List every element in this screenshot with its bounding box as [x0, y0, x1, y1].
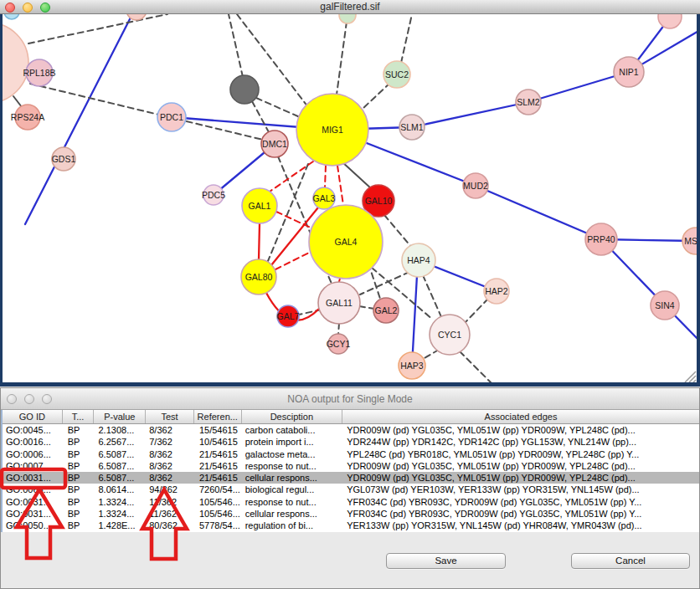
cell-test: 11/362	[146, 496, 194, 508]
node-top-green[interactable]	[339, 14, 356, 23]
cell-description: galactose meta...	[242, 448, 342, 460]
node-label: HAP4	[407, 255, 430, 265]
node-label: GAL11	[326, 298, 353, 308]
network-canvas[interactable]: RPL18BRPS24AGDS1PDC1DMC1MIG1PDC5SUC2SLM1…	[3, 14, 697, 382]
table-header-row: GO IDT...P-valueTestReferen...Desciption…	[3, 410, 699, 424]
table-row[interactable]: GO:0031...BP1.3324...11/362105/546...cel…	[3, 508, 699, 520]
table-row[interactable]: GO:0031...BP6.5087...8/36221/54615cellul…	[3, 472, 699, 484]
cell-test: 8/362	[146, 424, 194, 436]
cell-go_id: GO:0031...	[3, 508, 63, 520]
cell-go_id: GO:0006...	[3, 448, 63, 460]
cell-go_id: GO:0045...	[3, 424, 63, 436]
node-label: NIP1	[619, 67, 639, 77]
network-edge	[229, 14, 243, 77]
network-edge	[401, 14, 412, 63]
column-header-reference[interactable]: Referen...	[194, 410, 242, 423]
network-edge	[476, 186, 601, 239]
cell-associated_edges: YDR009W (pd) YGL035C, YML051W (pp) YDR00…	[342, 472, 699, 484]
network-edge	[412, 102, 528, 127]
node-label: SLM1	[400, 122, 424, 132]
cell-type: BP	[63, 448, 95, 460]
dialog-footer: Save Cancel	[1, 553, 699, 570]
cell-type: BP	[63, 508, 95, 520]
column-header-p_value[interactable]: P-value	[94, 410, 146, 423]
cell-reference: 105/546...	[194, 508, 242, 520]
cell-p_value: 1.428E...	[95, 520, 147, 531]
network-edge	[337, 22, 347, 95]
network-edge	[256, 98, 300, 117]
node-label: PDC5	[202, 190, 225, 200]
column-header-associated_edges[interactable]: Associated edges	[342, 410, 699, 423]
network-edge	[423, 275, 442, 319]
cell-go_id: GO:0031...	[3, 472, 63, 484]
graph-window-titlebar[interactable]: galFiltered.sif	[0, 0, 700, 14]
cell-description: carbon cataboli...	[242, 424, 342, 436]
resize-grip-icon[interactable]	[685, 371, 696, 382]
node-label: MSL1	[684, 236, 697, 246]
noa-window-title: NOA output for Single Mode	[1, 393, 699, 405]
node-label: HAP3	[400, 361, 424, 371]
cell-p_value: 6.5087...	[95, 472, 147, 484]
node-label: HAP2	[485, 286, 508, 296]
cancel-button[interactable]: Cancel	[571, 553, 690, 569]
noa-window-titlebar[interactable]: NOA output for Single Mode	[1, 388, 699, 410]
node-label: GAL1	[249, 201, 271, 211]
table-row[interactable]: GO:0065...BP8.0614...94/3627260/54...bio…	[3, 484, 699, 495]
network-edge	[338, 323, 339, 335]
node-label: GDS1	[52, 154, 76, 164]
cell-p_value: 6.2567...	[95, 436, 147, 448]
node-dark[interactable]	[230, 75, 259, 104]
network-edge	[384, 215, 412, 248]
cell-type: BP	[63, 436, 95, 448]
cell-reference: 21/54615	[194, 448, 242, 460]
network-edge	[464, 299, 488, 324]
column-header-type[interactable]: T...	[63, 410, 95, 423]
node-label: MIG1	[322, 125, 343, 135]
noa-output-window: NOA output for Single Mode GO IDT...P-va…	[0, 387, 700, 589]
table-row[interactable]: GO:0007...BP6.5087...8/36221/54615respon…	[3, 460, 699, 472]
cell-p_value: 6.5087...	[95, 460, 147, 472]
table-row[interactable]: GO:0031...BP1.3324...11/362105/546...res…	[3, 496, 699, 508]
results-table: GO IDT...P-valueTestReferen...Desciption…	[1, 410, 699, 532]
node-label: GAL3	[313, 193, 336, 203]
graph-window-title: galFiltered.sif	[0, 1, 700, 13]
cell-reference: 21/54615	[194, 472, 242, 484]
network-edge	[13, 96, 22, 107]
network-edge	[28, 14, 167, 44]
node-label: SLM2	[517, 97, 540, 107]
node-label: SUC2	[385, 69, 409, 79]
table-row[interactable]: GO:0006...BP6.5087...8/36221/54615galact…	[3, 448, 699, 460]
node-top-right-pink[interactable]	[658, 14, 682, 28]
node-label: GAL80	[245, 272, 273, 282]
column-header-go_id[interactable]: GO ID	[3, 410, 63, 423]
column-header-description[interactable]: Desciption	[242, 410, 342, 423]
node-tiny-blue[interactable]	[4, 14, 19, 19]
cell-associated_edges: YFR034C (pd) YBR093C, YDR009W (pd) YGL03…	[342, 496, 699, 508]
table-body: GO:0045...BP2.1308...8/36215/54615carbon…	[3, 424, 699, 532]
cell-associated_edges: YDR009W (pd) YGL035C, YML051W (pp) YDR00…	[342, 424, 699, 436]
network-edge	[360, 272, 409, 294]
cell-reference: 10/54615	[194, 436, 242, 448]
column-header-test[interactable]: Test	[146, 410, 194, 423]
node-label: RPL18B	[23, 68, 55, 78]
network-edge	[325, 166, 326, 187]
cell-test: 8/362	[146, 448, 194, 460]
node-label: PDC1	[160, 112, 183, 122]
node-label: MUD2	[463, 181, 488, 191]
table-row[interactable]: GO:0045...BP2.1308...8/36215/54615carbon…	[3, 424, 699, 436]
cell-reference: 105/546...	[194, 496, 242, 508]
node-label: RPS24A	[11, 112, 44, 122]
network-edges	[13, 14, 697, 382]
cell-go_id: GO:0016...	[3, 436, 63, 448]
network-edge	[342, 161, 372, 189]
cell-associated_edges: YPL248C (pd) YBR018C, YML051W (pp) YDR00…	[342, 448, 699, 460]
table-row[interactable]: GO:0050...BP1.428E...80/3625778/54...reg…	[3, 520, 699, 531]
cell-go_id: GO:0065...	[3, 484, 63, 495]
table-row[interactable]: GO:0016...BP6.2567...7/36210/54615protei…	[3, 436, 699, 448]
cell-reference: 15/54615	[194, 424, 242, 436]
cell-description: response to nut...	[242, 460, 342, 472]
cell-associated_edges: YFR034C (pd) YBR093C, YDR009W (pd) YGL03…	[342, 508, 699, 520]
node-big-left[interactable]	[3, 23, 28, 103]
save-button[interactable]: Save	[386, 553, 506, 569]
network-edge	[363, 83, 390, 108]
